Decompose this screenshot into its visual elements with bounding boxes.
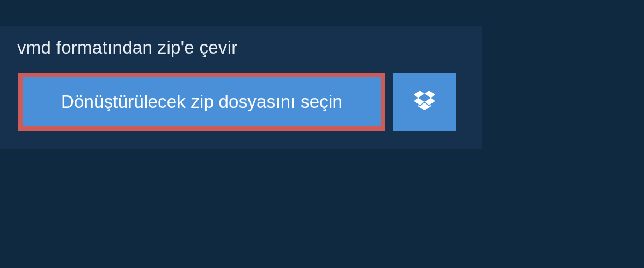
panel-header: vmd formatından zip'e çevir — [0, 26, 482, 73]
conversion-panel: vmd formatından zip'e çevir Dönüştürülec… — [0, 26, 482, 149]
button-row: Dönüştürülecek zip dosyasını seçin — [0, 73, 482, 149]
dropbox-icon — [414, 91, 435, 113]
select-file-button[interactable]: Dönüştürülecek zip dosyasını seçin — [18, 73, 385, 131]
select-file-label: Dönüştürülecek zip dosyasını seçin — [61, 92, 342, 112]
panel-title: vmd formatından zip'e çevir — [17, 38, 465, 58]
dropbox-button[interactable] — [393, 73, 456, 131]
